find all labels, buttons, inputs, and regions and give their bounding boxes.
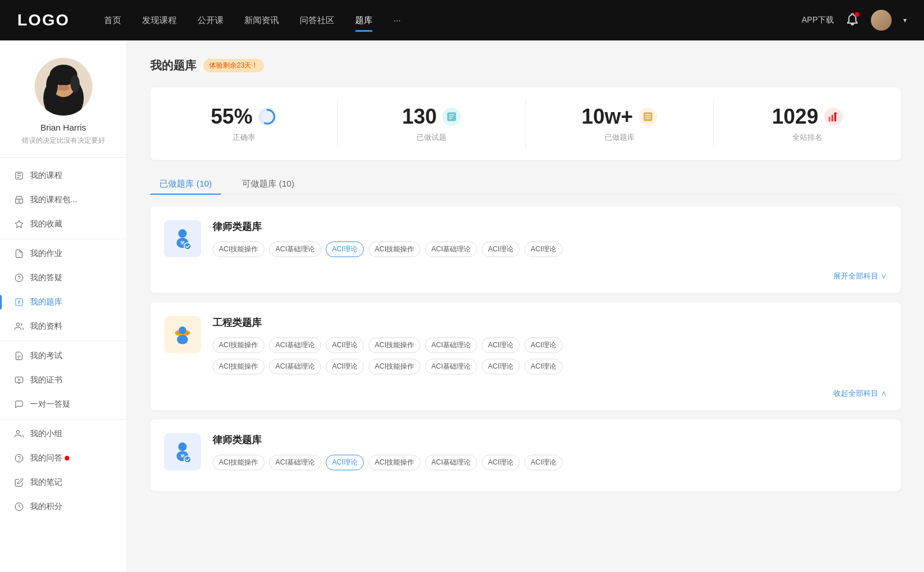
sidebar-item-mycourse[interactable]: 我的课程	[0, 164, 126, 188]
tag-eng-basic-2[interactable]: ACI基础理论	[425, 337, 477, 353]
expand-button-1[interactable]: 展开全部科目 ∨	[833, 271, 887, 281]
stat-top-done: 130	[402, 105, 461, 129]
sidebar-item-myexam[interactable]: 我的考试	[0, 344, 126, 368]
sidebar-label-mypackage: 我的课程包...	[30, 195, 77, 205]
user-avatar[interactable]	[871, 10, 892, 31]
qbank-header-lawyer-2: 律师类题库 ACI技能操作 ACI基础理论 ACI理论 ACI技能操作 ACI基…	[164, 433, 887, 470]
sidebar-item-myqa[interactable]: 我的答疑	[0, 266, 126, 290]
tag-l2-theory-2[interactable]: ACI理论	[482, 455, 520, 470]
tag-aci-ops-2[interactable]: ACI技能操作	[368, 242, 420, 257]
tag-eng-basic-4[interactable]: ACI基础理论	[425, 359, 477, 374]
sidebar-item-myquestion[interactable]: 我的问答	[0, 446, 126, 470]
user-menu-chevron[interactable]: ▾	[903, 16, 907, 24]
nav-news[interactable]: 新闻资讯	[244, 13, 279, 28]
qbank-card-engineer: 工程类题库 ACI技能操作 ACI基础理论 ACI理论 ACI技能操作 ACI基…	[150, 302, 901, 410]
sidebar-label-mymaterial: 我的资料	[30, 321, 62, 332]
tag-eng-ops-1[interactable]: ACI技能操作	[213, 337, 264, 353]
tag-l2-basic-1[interactable]: ACI基础理论	[269, 455, 321, 470]
svg-point-17	[16, 430, 19, 433]
sidebar: Brian Harris 错误的决定比没有决定要好 我的课程 我的课程包...	[0, 40, 127, 572]
page-title-row: 我的题库 体验剩余23天！	[150, 58, 901, 73]
svg-rect-27	[834, 113, 836, 121]
header: LOGO 首页 发现课程 公开课 新闻资讯 问答社区 题库 ··· APP下载 …	[0, 0, 924, 40]
app-download-button[interactable]: APP下载	[802, 15, 834, 25]
tab-available-qbank[interactable]: 可做题库 (10)	[233, 174, 304, 194]
sidebar-label-mypoints: 我的积分	[30, 502, 62, 512]
profile-motto: 错误的决定比没有决定要好	[22, 136, 105, 146]
sidebar-label-myexam: 我的考试	[30, 351, 62, 361]
tag-eng-theory-4[interactable]: ACI理论	[326, 359, 364, 374]
tag-eng-basic-3[interactable]: ACI基础理论	[269, 359, 321, 374]
tag-l2-theory-3[interactable]: ACI理论	[524, 455, 562, 470]
sidebar-item-mygroup[interactable]: 我的小组	[0, 422, 126, 446]
nav-home[interactable]: 首页	[104, 13, 121, 28]
nav-opencourse[interactable]: 公开课	[198, 13, 223, 28]
qbank-header-lawyer-1: 律师类题库 ACI技能操作 ACI基础理论 ACI理论 ACI技能操作 ACI基…	[164, 220, 887, 257]
tag-eng-ops-4[interactable]: ACI技能操作	[368, 359, 420, 374]
course-icon	[14, 170, 24, 181]
notification-bell[interactable]	[845, 12, 859, 28]
sidebar-item-mypoints[interactable]: 我的积分	[0, 495, 126, 519]
tag-eng-theory-5[interactable]: ACI理论	[482, 359, 520, 374]
sidebar-label-mynotes: 我的笔记	[30, 477, 62, 488]
qbank-tags-engineer-row2: ACI技能操作 ACI基础理论 ACI理论 ACI技能操作 ACI基础理论 AC…	[213, 359, 887, 374]
sidebar-item-mymaterial[interactable]: 我的资料	[0, 314, 126, 339]
sidebar-item-oneone[interactable]: 一对一答疑	[0, 392, 126, 417]
avatar-image	[35, 58, 92, 116]
header-right: APP下载 ▾	[802, 10, 907, 31]
stat-accuracy: 55% 正确率	[150, 99, 338, 148]
svg-point-12	[16, 323, 19, 326]
sidebar-label-mycert: 我的证书	[30, 375, 62, 385]
sidebar-label-oneone: 一对一答疑	[30, 399, 70, 410]
sidebar-item-myqbank[interactable]: 我的题库	[0, 290, 126, 314]
qbank-tags-engineer-row1: ACI技能操作 ACI基础理论 ACI理论 ACI技能操作 ACI基础理论 AC…	[213, 337, 887, 353]
tag-aci-ops-1[interactable]: ACI技能操作	[213, 242, 264, 257]
nav-more[interactable]: ···	[393, 13, 401, 28]
nav-discover[interactable]: 发现课程	[142, 13, 177, 28]
sidebar-nav: 我的课程 我的课程包... 我的收藏	[0, 158, 126, 525]
svg-point-16	[18, 379, 20, 381]
logo[interactable]: LOGO	[17, 11, 69, 29]
tag-l2-ops-1[interactable]: ACI技能操作	[213, 455, 264, 470]
nav-qbank[interactable]: 题库	[355, 13, 372, 28]
qbank-icon-engineer	[164, 316, 201, 353]
sidebar-profile: Brian Harris 错误的决定比没有决定要好	[0, 40, 126, 158]
accuracy-chart-icon	[258, 107, 277, 126]
tab-done-qbank[interactable]: 已做题库 (10)	[150, 174, 221, 194]
stat-label-ranking: 全站排名	[792, 132, 822, 143]
tag-eng-basic-1[interactable]: ACI基础理论	[269, 337, 321, 353]
sidebar-item-myhomework[interactable]: 我的作业	[0, 242, 126, 266]
stat-top-qbank: 10w+	[582, 105, 657, 129]
tag-aci-theory-basic-1[interactable]: ACI基础理论	[269, 242, 321, 257]
tag-l2-basic-2[interactable]: ACI基础理论	[425, 455, 477, 470]
tag-aci-theory-3[interactable]: ACI理论	[482, 242, 520, 257]
qbank-card-lawyer-1: 律师类题库 ACI技能操作 ACI基础理论 ACI理论 ACI技能操作 ACI基…	[150, 206, 901, 293]
tag-eng-ops-3[interactable]: ACI技能操作	[213, 359, 264, 374]
tag-eng-theory-1[interactable]: ACI理论	[326, 337, 364, 353]
stat-top-accuracy: 55%	[211, 105, 277, 129]
done-questions-icon	[442, 107, 461, 126]
tag-eng-theory-6[interactable]: ACI理论	[524, 359, 562, 374]
svg-point-35	[177, 335, 188, 344]
stat-label-qbank: 已做题库	[605, 132, 635, 143]
tag-l2-theory-1[interactable]: ACI理论	[326, 455, 364, 470]
nav-qa[interactable]: 问答社区	[300, 13, 334, 28]
sidebar-item-mynotes[interactable]: 我的笔记	[0, 470, 126, 495]
sidebar-label-myhomework: 我的作业	[30, 248, 62, 259]
sidebar-item-myfavorites[interactable]: 我的收藏	[0, 212, 126, 236]
tag-eng-theory-3[interactable]: ACI理论	[524, 337, 562, 353]
qbank-header-engineer: 工程类题库 ACI技能操作 ACI基础理论 ACI理论 ACI技能操作 ACI基…	[164, 316, 887, 374]
tag-aci-basic-2[interactable]: ACI基础理论	[425, 242, 477, 257]
profile-name: Brian Harris	[40, 122, 86, 132]
tag-l2-ops-2[interactable]: ACI技能操作	[368, 455, 420, 470]
tag-aci-theory-4[interactable]: ACI理论	[524, 242, 562, 257]
tag-eng-ops-2[interactable]: ACI技能操作	[368, 337, 420, 353]
sidebar-item-mypackage[interactable]: 我的课程包...	[0, 188, 126, 212]
qbank-content-lawyer-2: 律师类题库 ACI技能操作 ACI基础理论 ACI理论 ACI技能操作 ACI基…	[213, 433, 887, 470]
sidebar-item-mycert[interactable]: 我的证书	[0, 368, 126, 392]
main-content: 我的题库 体验剩余23天！ 55% 正确率	[127, 40, 924, 572]
avatar	[35, 58, 92, 116]
tag-aci-theory-1[interactable]: ACI理论	[326, 242, 364, 257]
collapse-button-2[interactable]: 收起全部科目 ∧	[833, 388, 887, 399]
tag-eng-theory-2[interactable]: ACI理论	[482, 337, 520, 353]
